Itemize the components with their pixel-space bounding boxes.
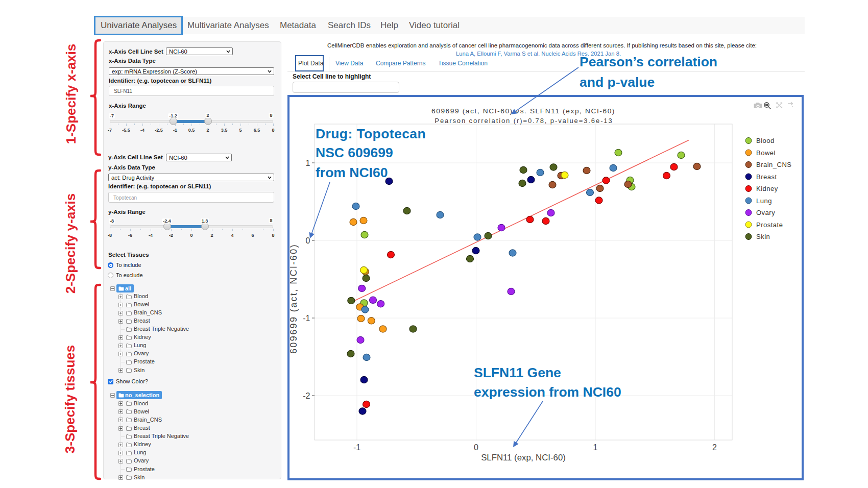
svg-text:-1: -1 xyxy=(303,314,310,323)
svg-text:1: 1 xyxy=(306,159,310,167)
svg-text:Brain_CNS: Brain_CNS xyxy=(756,161,792,168)
svg-text:Drug: Topotecan: Drug: Topotecan xyxy=(316,126,426,141)
svg-text:Ovary: Ovary xyxy=(756,209,775,216)
svg-text:Blood: Blood xyxy=(756,137,775,144)
svg-text:609699 (act, NCI-60) vs. SLFN1: 609699 (act, NCI-60) vs. SLFN11 (exp, NC… xyxy=(431,107,615,115)
svg-text:3-Specify tissues: 3-Specify tissues xyxy=(62,345,78,453)
svg-text:Kidney: Kidney xyxy=(756,185,778,192)
svg-text:-1: -1 xyxy=(353,443,360,452)
svg-text:2-Specify y-axis: 2-Specify y-axis xyxy=(63,193,78,294)
svg-text:Lung: Lung xyxy=(756,197,772,205)
svg-text:from NCI60: from NCI60 xyxy=(316,165,388,180)
svg-text:and p-value: and p-value xyxy=(580,75,655,90)
svg-text:Bowel: Bowel xyxy=(756,149,776,157)
svg-text:1-Specify x-axis: 1-Specify x-axis xyxy=(63,44,79,144)
svg-text:0: 0 xyxy=(474,443,478,452)
svg-text:2: 2 xyxy=(712,443,717,452)
svg-text:Pearson’s correlation: Pearson’s correlation xyxy=(580,54,717,69)
svg-text:609699 (act, NCI-60): 609699 (act, NCI-60) xyxy=(288,243,299,354)
svg-text:Breast: Breast xyxy=(756,173,777,181)
svg-text:expression from NCI60: expression from NCI60 xyxy=(474,384,621,400)
svg-text:Skin: Skin xyxy=(756,233,770,240)
svg-text:NSC 609699: NSC 609699 xyxy=(316,145,393,160)
svg-text:SLFN11 Gene: SLFN11 Gene xyxy=(474,365,561,380)
svg-text:0: 0 xyxy=(306,236,310,245)
svg-text:-2: -2 xyxy=(303,392,310,400)
svg-text:Pearson correlation (r)=0.78,: Pearson correlation (r)=0.78, p-value=3.… xyxy=(435,117,613,125)
svg-text:Prostate: Prostate xyxy=(756,221,783,229)
svg-text:SLFN11 (exp, NCI-60): SLFN11 (exp, NCI-60) xyxy=(481,453,566,462)
svg-text:1: 1 xyxy=(593,443,598,452)
